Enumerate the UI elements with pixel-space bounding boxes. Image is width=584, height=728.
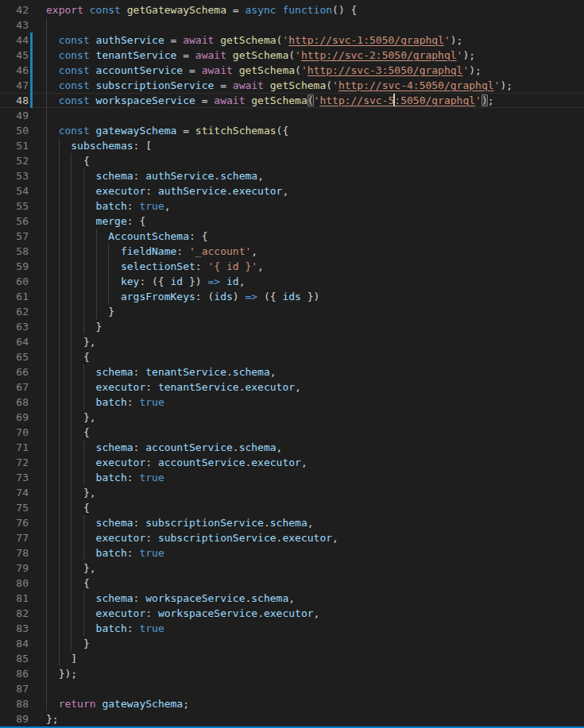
code-line[interactable]: 85] bbox=[0, 651, 584, 666]
line-number[interactable]: 73 bbox=[0, 470, 29, 485]
code-line[interactable]: 81schema: workspaceService.schema, bbox=[0, 591, 584, 606]
code-text[interactable]: executor: accountService.executor, bbox=[46, 455, 307, 470]
code-text[interactable]: batch: true bbox=[46, 621, 164, 636]
code-line[interactable]: 50const gatewaySchema = stitchSchemas({ bbox=[0, 123, 584, 138]
line-number[interactable]: 48 bbox=[0, 93, 29, 108]
code-line[interactable]: 86}); bbox=[0, 666, 584, 681]
line-number[interactable]: 76 bbox=[0, 515, 29, 530]
code-text[interactable]: batch: true bbox=[46, 395, 164, 410]
code-text[interactable]: { bbox=[46, 500, 90, 515]
code-text[interactable]: { bbox=[46, 576, 90, 591]
code-text[interactable]: const tenantService = await getSchema('h… bbox=[46, 48, 475, 63]
code-line[interactable]: 43 bbox=[0, 17, 584, 33]
code-area[interactable]: 42export const getGatewaySchema = async … bbox=[0, 2, 584, 726]
code-line[interactable]: 87 bbox=[0, 681, 584, 696]
code-text[interactable]: }, bbox=[46, 485, 96, 500]
line-number[interactable]: 77 bbox=[0, 530, 29, 545]
code-line[interactable]: 72executor: accountService.executor, bbox=[0, 455, 584, 470]
line-number[interactable]: 42 bbox=[0, 2, 29, 17]
line-number[interactable]: 53 bbox=[0, 168, 29, 183]
code-text[interactable]: schema: subscriptionService.schema, bbox=[46, 515, 314, 530]
line-number[interactable]: 78 bbox=[0, 545, 29, 560]
code-text[interactable]: schema: accountService.schema, bbox=[46, 440, 282, 455]
line-number[interactable]: 87 bbox=[0, 681, 29, 696]
code-text[interactable]: } bbox=[46, 304, 114, 319]
line-number[interactable]: 82 bbox=[0, 606, 29, 621]
code-text[interactable]: const workspaceService = await getSchema… bbox=[46, 93, 494, 108]
line-number[interactable]: 74 bbox=[0, 485, 29, 500]
code-line[interactable]: 68batch: true bbox=[0, 395, 584, 410]
line-number[interactable]: 43 bbox=[0, 17, 29, 33]
line-number[interactable]: 44 bbox=[0, 33, 29, 48]
line-number[interactable]: 70 bbox=[0, 425, 29, 440]
code-text[interactable]: }, bbox=[46, 410, 96, 425]
line-number[interactable]: 81 bbox=[0, 591, 29, 606]
code-text[interactable]: }); bbox=[46, 666, 77, 681]
code-text[interactable]: executor: authService.executor, bbox=[46, 183, 288, 198]
line-number[interactable]: 46 bbox=[0, 63, 29, 78]
code-text[interactable]: const gatewaySchema = stitchSchemas({ bbox=[46, 123, 288, 138]
code-line[interactable]: 69}, bbox=[0, 410, 584, 425]
code-line[interactable]: 55batch: true, bbox=[0, 198, 584, 214]
editor[interactable]: 42export const getGatewaySchema = async … bbox=[0, 0, 584, 728]
code-line[interactable]: 57AccountSchema: { bbox=[0, 229, 584, 244]
line-number[interactable]: 61 bbox=[0, 289, 29, 304]
line-number[interactable]: 75 bbox=[0, 500, 29, 515]
code-line[interactable]: 42export const getGatewaySchema = async … bbox=[0, 2, 584, 17]
line-number[interactable]: 72 bbox=[0, 455, 29, 470]
code-text[interactable]: fieldName: '_account', bbox=[46, 244, 257, 259]
code-text[interactable]: } bbox=[46, 319, 102, 334]
code-line[interactable]: 45const tenantService = await getSchema(… bbox=[0, 48, 584, 63]
code-text[interactable]: AccountSchema: { bbox=[46, 229, 208, 244]
code-line[interactable]: 47const subscriptionService = await getS… bbox=[0, 78, 584, 93]
code-text[interactable]: key: ({ id }) => id, bbox=[46, 274, 245, 289]
code-text[interactable]: argsFromKeys: (ids) => ({ ids }) bbox=[46, 289, 319, 304]
line-number[interactable]: 51 bbox=[0, 138, 29, 153]
code-text[interactable]: batch: true bbox=[46, 470, 164, 485]
code-text[interactable]: executor: workspaceService.executor, bbox=[46, 606, 319, 621]
line-number[interactable]: 89 bbox=[0, 711, 29, 726]
code-text[interactable]: { bbox=[46, 349, 90, 364]
line-number[interactable]: 64 bbox=[0, 334, 29, 349]
code-line[interactable]: 51subschemas: [ bbox=[0, 138, 584, 153]
code-line[interactable]: 76schema: subscriptionService.schema, bbox=[0, 515, 584, 530]
line-number[interactable]: 88 bbox=[0, 696, 29, 711]
code-line[interactable]: 53schema: authService.schema, bbox=[0, 168, 584, 183]
line-number[interactable]: 71 bbox=[0, 440, 29, 455]
line-number[interactable]: 50 bbox=[0, 123, 29, 138]
code-line[interactable]: 62} bbox=[0, 304, 584, 319]
code-text[interactable]: }, bbox=[46, 334, 96, 349]
code-line[interactable]: 46const accountService = await getSchema… bbox=[0, 63, 584, 78]
code-line[interactable]: 58fieldName: '_account', bbox=[0, 244, 584, 259]
code-line[interactable]: 70{ bbox=[0, 425, 584, 440]
code-text[interactable]: }, bbox=[46, 560, 96, 576]
code-line[interactable]: 44const authService = await getSchema('h… bbox=[0, 33, 584, 48]
code-text[interactable]: schema: authService.schema, bbox=[46, 168, 264, 183]
code-line[interactable]: 49 bbox=[0, 108, 584, 123]
code-line[interactable]: 64}, bbox=[0, 334, 584, 349]
line-number[interactable]: 52 bbox=[0, 153, 29, 168]
line-number[interactable]: 54 bbox=[0, 183, 29, 198]
code-line[interactable]: 65{ bbox=[0, 349, 584, 364]
code-line[interactable]: 61argsFromKeys: (ids) => ({ ids }) bbox=[0, 289, 584, 304]
line-number[interactable]: 55 bbox=[0, 198, 29, 214]
line-number[interactable]: 83 bbox=[0, 621, 29, 636]
code-text[interactable]: const accountService = await getSchema('… bbox=[46, 63, 482, 78]
code-text[interactable]: batch: true bbox=[46, 545, 164, 560]
line-number[interactable]: 86 bbox=[0, 666, 29, 681]
code-line[interactable]: 71schema: accountService.schema, bbox=[0, 440, 584, 455]
line-number[interactable]: 63 bbox=[0, 319, 29, 334]
line-number[interactable]: 68 bbox=[0, 395, 29, 410]
code-line[interactable]: 48const workspaceService = await getSche… bbox=[0, 93, 584, 108]
code-line[interactable]: 80{ bbox=[0, 576, 584, 591]
code-text[interactable]: const subscriptionService = await getSch… bbox=[46, 78, 512, 93]
code-line[interactable]: 52{ bbox=[0, 153, 584, 168]
code-line[interactable]: 67executor: tenantService.executor, bbox=[0, 379, 584, 395]
code-text[interactable]: export const getGatewaySchema = async fu… bbox=[46, 2, 357, 17]
code-text[interactable]: merge: { bbox=[46, 214, 145, 229]
code-text[interactable]: return gatewaySchema; bbox=[46, 696, 189, 711]
line-number[interactable]: 85 bbox=[0, 651, 29, 666]
code-text[interactable]: schema: tenantService.schema, bbox=[46, 364, 277, 379]
code-line[interactable]: 54executor: authService.executor, bbox=[0, 183, 584, 198]
code-text[interactable]: schema: workspaceService.schema, bbox=[46, 591, 295, 606]
